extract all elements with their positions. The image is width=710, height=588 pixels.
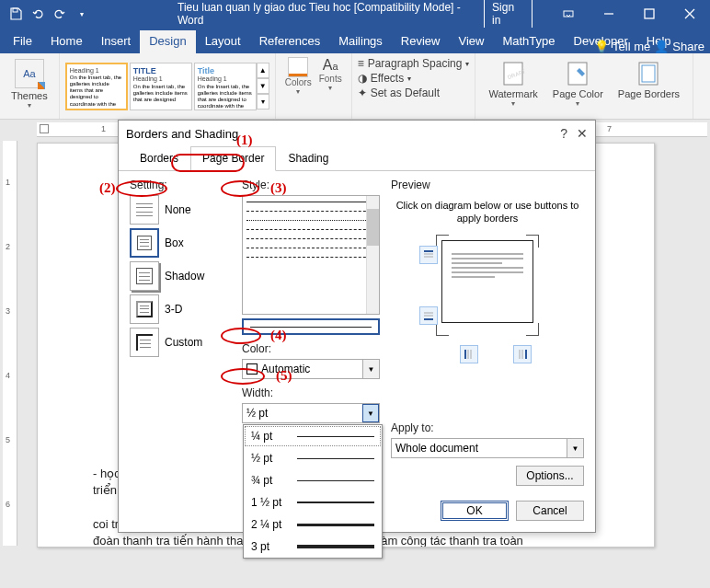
width-option[interactable]: ¼ pt xyxy=(244,425,382,447)
dialog-help-icon[interactable]: ? xyxy=(560,126,567,141)
doc-format-item[interactable]: Heading 1On the Insert tab, the gallerie… xyxy=(65,63,128,110)
page-color-icon xyxy=(563,59,592,88)
chevron-down-icon[interactable]: ▼ xyxy=(567,439,583,457)
doc-format-item[interactable]: TitleHeading 1On the Insert tab, the gal… xyxy=(194,63,257,110)
preview-label: Preview xyxy=(391,179,584,191)
style-listbox[interactable] xyxy=(242,195,380,315)
gallery-more-icon[interactable]: ▾ xyxy=(257,94,269,110)
watermark-button[interactable]: DRAFTWatermark▾ xyxy=(481,57,544,115)
paragraph-spacing-button[interactable]: ≡Paragraph Spacing ▾ xyxy=(358,57,470,70)
close-icon[interactable] xyxy=(670,0,710,28)
set-default-icon: ✦ xyxy=(358,86,367,99)
maximize-icon[interactable] xyxy=(629,0,670,28)
ok-button[interactable]: OK xyxy=(441,501,509,521)
para-spacing-icon: ≡ xyxy=(358,57,364,70)
tell-me-button[interactable]: 💡Tell me xyxy=(594,40,650,53)
dialog-close-icon[interactable]: ✕ xyxy=(577,126,588,141)
title-bar: ▾ Tieu luan quan ly giao duc Tieu hoc [C… xyxy=(0,0,710,28)
border-top-button[interactable] xyxy=(419,246,438,264)
svg-rect-1 xyxy=(564,11,573,17)
width-dropdown-menu: ¼ pt ½ pt ¾ pt 1 ½ pt 2 ¼ pt 3 pt xyxy=(243,424,383,559)
fonts-button[interactable]: AaFonts▾ xyxy=(315,57,346,115)
set-default-button[interactable]: ✦Set as Default xyxy=(358,86,470,99)
borders-shading-dialog: Borders and Shading ? ✕ Borders Page Bor… xyxy=(118,120,596,533)
redo-icon[interactable] xyxy=(50,4,70,24)
setting-none[interactable]: None xyxy=(130,195,231,225)
style-label: Style: xyxy=(242,179,380,191)
document-formatting-gallery[interactable]: Heading 1On the Insert tab, the gallerie… xyxy=(65,63,257,110)
qat-customize-icon[interactable]: ▾ xyxy=(72,4,92,24)
tab-file[interactable]: File xyxy=(4,30,41,53)
tab-insert[interactable]: Insert xyxy=(92,30,141,53)
tab-layout[interactable]: Layout xyxy=(196,30,250,53)
style-selected-preview xyxy=(242,318,380,335)
setting-custom[interactable]: Custom xyxy=(130,328,231,357)
style-scrollbar[interactable] xyxy=(366,196,379,314)
vertical-ruler[interactable]: 1 2 3 4 5 6 xyxy=(3,141,17,546)
themes-label: Themes xyxy=(11,90,48,101)
gallery-scroll-up-icon[interactable]: ▲ xyxy=(257,63,269,78)
width-option[interactable]: ½ pt xyxy=(244,447,382,469)
cancel-button[interactable]: Cancel xyxy=(516,501,584,521)
tab-mailings[interactable]: Mailings xyxy=(329,30,392,53)
effects-icon: ◑ xyxy=(358,72,367,85)
share-button[interactable]: 👤Share xyxy=(654,40,704,53)
doc-format-item[interactable]: TITLEHeading 1On the Insert tab, the gal… xyxy=(130,63,192,110)
page-borders-button[interactable]: Page Borders xyxy=(611,57,687,115)
border-right-button[interactable] xyxy=(513,345,532,363)
minimize-icon[interactable] xyxy=(589,0,629,28)
dialog-tab-borders[interactable]: Borders xyxy=(128,146,190,170)
auto-color-swatch-icon xyxy=(246,363,258,375)
ribbon-options-icon[interactable] xyxy=(548,0,589,28)
chevron-down-icon[interactable]: ▼ xyxy=(362,404,379,422)
ribbon-tabs: File Home Insert Design Layout Reference… xyxy=(0,28,710,53)
border-left-button[interactable] xyxy=(460,345,478,363)
quick-access-toolbar: ▾ xyxy=(0,4,97,24)
tab-view[interactable]: View xyxy=(449,30,493,53)
dialog-tabs: Borders Page Border Shading xyxy=(119,146,595,171)
page-color-button[interactable]: Page Color▾ xyxy=(545,57,611,115)
share-icon: 👤 xyxy=(654,40,669,53)
width-label: Width: xyxy=(242,386,380,399)
width-option[interactable]: 3 pt xyxy=(244,536,382,558)
setting-3d[interactable]: 3-D xyxy=(130,294,231,324)
dialog-tab-shading[interactable]: Shading xyxy=(276,146,340,170)
sign-in-button[interactable]: Sign in xyxy=(484,0,532,29)
gallery-scroll-down-icon[interactable]: ▼ xyxy=(257,78,269,94)
border-bottom-button[interactable] xyxy=(419,306,438,325)
width-option[interactable]: ¾ pt xyxy=(244,469,382,491)
tab-references[interactable]: References xyxy=(250,30,329,53)
tab-review[interactable]: Review xyxy=(392,30,450,53)
themes-button[interactable]: Aa Themes ▾ xyxy=(6,57,53,111)
colors-icon xyxy=(288,57,308,77)
tab-home[interactable]: Home xyxy=(41,30,92,53)
fonts-icon: Aa xyxy=(323,57,338,74)
effects-button[interactable]: ◑Effects ▾ xyxy=(358,72,470,85)
undo-icon[interactable] xyxy=(28,4,48,24)
watermark-icon: DRAFT xyxy=(498,59,528,88)
color-label: Color: xyxy=(242,342,380,355)
setting-shadow[interactable]: Shadow xyxy=(130,261,231,291)
themes-icon: Aa xyxy=(15,59,44,88)
apply-to-dropdown[interactable]: Whole document ▼ xyxy=(391,438,584,458)
svg-rect-3 xyxy=(645,9,654,18)
tab-design[interactable]: Design xyxy=(140,30,195,53)
tab-mathtype[interactable]: MathType xyxy=(493,30,564,53)
preview-diagram[interactable] xyxy=(414,235,561,336)
dialog-title-bar[interactable]: Borders and Shading ? ✕ xyxy=(119,121,595,146)
tab-selector-icon[interactable] xyxy=(40,124,49,133)
chevron-down-icon[interactable]: ▼ xyxy=(362,360,379,378)
width-dropdown[interactable]: ½ pt ▼ ¼ pt ½ pt ¾ pt 1 ½ pt 2 ¼ pt 3 pt xyxy=(242,403,380,423)
dialog-title: Borders and Shading xyxy=(126,127,238,141)
lightbulb-icon: 💡 xyxy=(594,40,609,53)
setting-label: Setting: xyxy=(130,179,231,191)
save-icon[interactable] xyxy=(6,4,26,24)
dialog-tab-page-border[interactable]: Page Border xyxy=(190,146,276,171)
width-option[interactable]: 2 ¼ pt xyxy=(244,513,382,536)
preview-hint: Click on diagram below or use buttons to… xyxy=(391,199,584,225)
options-button[interactable]: Options... xyxy=(516,466,584,486)
setting-box[interactable]: Box xyxy=(130,228,231,258)
color-dropdown[interactable]: Automatic ▼ xyxy=(242,359,380,379)
width-option[interactable]: 1 ½ pt xyxy=(244,491,382,513)
colors-button[interactable]: Colors▾ xyxy=(281,57,315,115)
